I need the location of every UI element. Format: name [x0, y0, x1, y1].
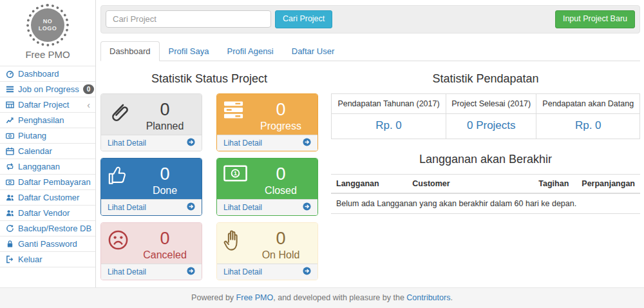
no-logo-text: NO LOGO: [39, 18, 57, 33]
table-row: Belum ada Langganan yang akan berakhir d…: [331, 193, 640, 214]
free-pmo-link[interactable]: Free PMO: [236, 293, 274, 302]
paperclip-icon: [108, 100, 135, 126]
tasks-icon: [5, 85, 14, 94]
arrow-circle-right-icon[interactable]: [187, 202, 195, 213]
tab-profil-saya[interactable]: Profil Saya: [160, 41, 218, 61]
status-card-progress: 0 Progress Lihat Detail: [216, 93, 318, 151]
footer-text: Powered by: [191, 293, 236, 302]
column-header: Customer: [407, 174, 533, 193]
card-count: 0: [135, 229, 195, 249]
sidebar-item-dashboard[interactable]: Dashboard: [0, 66, 95, 82]
money-icon: [5, 131, 14, 140]
card-count: 0: [251, 164, 311, 184]
lihat-detail-link[interactable]: Lihat Detail: [108, 139, 146, 148]
refresh-icon: [5, 224, 14, 233]
money-bill-icon: 1: [223, 164, 251, 184]
sidebar-item-label: Dashboard: [18, 69, 59, 79]
card-body: 1 0 Closed: [217, 159, 317, 199]
income-label: Pendapatan akan Datang: [536, 93, 640, 113]
tasks-icon: [223, 100, 251, 122]
sidebar-item-keluar[interactable]: Keluar: [0, 252, 95, 267]
status-card-planned: 0 Planned Lihat Detail: [100, 93, 202, 151]
sidebar-item-langganan[interactable]: Langganan: [0, 159, 95, 175]
sidebar-item-label: Daftar Vendor: [18, 208, 70, 218]
dashboard-content: Statistik Status Project 0 Planned Lihat…: [97, 61, 644, 280]
users-icon: [5, 209, 14, 218]
subscription-table: Langganan Customer Tagihan Perpanjangan …: [331, 174, 640, 214]
lihat-detail-link[interactable]: Lihat Detail: [108, 203, 146, 212]
card-footer: Lihat Detail: [217, 199, 317, 215]
users-icon: [5, 193, 14, 202]
footer-text: , and developed with pleasure by the: [273, 293, 406, 302]
sidebar-item-daftar-project[interactable]: Daftar Project ‹: [0, 97, 95, 113]
tab-profil-agensi[interactable]: Profil Agensi: [218, 41, 282, 61]
lihat-detail-link[interactable]: Lihat Detail: [108, 267, 146, 276]
main-tabs: Dashboard Profil Saya Profil Agensi Daft…: [100, 41, 640, 61]
status-section-title: Statistik Status Project: [100, 72, 318, 86]
card-body: 0 Progress: [217, 94, 317, 135]
card-count: 0: [251, 229, 311, 249]
lock-icon: [5, 240, 14, 249]
sidebar: NO LOGO Free PMO Dashboard Job on Progre…: [0, 0, 96, 287]
arrow-circle-right-icon[interactable]: [187, 267, 195, 277]
status-card-canceled: 0 Canceled Lihat Detail: [100, 222, 202, 280]
arrow-circle-right-icon[interactable]: [303, 267, 311, 277]
card-footer: Lihat Detail: [217, 264, 317, 280]
sign-out-icon: [5, 255, 14, 264]
tab-daftar-user[interactable]: Daftar User: [283, 41, 343, 61]
card-label: On Hold: [251, 249, 311, 261]
card-label: Closed: [251, 184, 311, 197]
card-body: 0 On Hold: [217, 223, 317, 264]
new-project-button[interactable]: Input Project Baru: [555, 10, 635, 28]
hand-paper-icon: [223, 229, 251, 253]
sidebar-item-label: Ganti Password: [18, 239, 77, 249]
sidebar-item-label: Daftar Customer: [18, 193, 79, 202]
sidebar-item-piutang[interactable]: Piutang: [0, 128, 95, 144]
table-icon: [5, 101, 14, 110]
arrow-circle-right-icon[interactable]: [303, 138, 311, 148]
sidebar-item-label: Backup/Restore DB: [18, 224, 91, 233]
income-label: Pendapatan Tahunan (2017): [332, 93, 446, 113]
tab-dashboard[interactable]: Dashboard: [100, 41, 160, 61]
empty-message: Belum ada Langganan yang akan berakhir d…: [331, 193, 640, 214]
card-label: Progress: [251, 120, 311, 132]
search-input[interactable]: [106, 10, 271, 28]
money-icon: [5, 178, 14, 187]
income-value: 0 Projects: [446, 113, 536, 139]
sidebar-item-backup-restore-db[interactable]: Backup/Restore DB: [0, 221, 95, 236]
sidebar-menu: Dashboard Job on Progress 0 Daftar Proje…: [0, 66, 95, 267]
lihat-detail-link[interactable]: Lihat Detail: [223, 139, 262, 148]
card-label: Canceled: [135, 249, 195, 261]
income-section-title: Statistik Pendapatan: [331, 72, 640, 86]
sidebar-item-label: Penghasilan: [18, 115, 64, 125]
search-button[interactable]: Cari Project: [275, 10, 332, 28]
sidebar-item-daftar-customer[interactable]: Daftar Customer: [0, 190, 95, 206]
arrow-circle-right-icon[interactable]: [303, 202, 311, 213]
sidebar-item-label: Job on Progress: [18, 84, 79, 94]
project-search-bar: Cari Project Input Project Baru: [100, 5, 640, 34]
lihat-detail-link[interactable]: Lihat Detail: [223, 267, 262, 276]
card-count: 0: [135, 100, 195, 120]
card-body: 0 Canceled: [101, 223, 202, 264]
lihat-detail-link[interactable]: Lihat Detail: [223, 203, 262, 212]
no-logo-badge: NO LOGO: [26, 4, 69, 46]
chevron-left-icon: ‹: [87, 102, 90, 108]
income-value: Rp. 0: [536, 113, 640, 139]
sidebar-item-daftar-vendor[interactable]: Daftar Vendor: [0, 206, 95, 221]
sidebar-item-job-on-progress[interactable]: Job on Progress 0: [0, 82, 95, 97]
column-header: Langganan: [331, 174, 407, 193]
sidebar-item-label: Piutang: [18, 131, 46, 140]
sidebar-item-calendar[interactable]: Calendar: [0, 144, 95, 159]
card-footer: Lihat Detail: [101, 135, 202, 151]
footer-text: .: [450, 293, 452, 302]
sidebar-item-ganti-password[interactable]: Ganti Password: [0, 236, 95, 252]
sidebar-item-label: Langganan: [18, 162, 60, 171]
svg-text:1: 1: [234, 169, 238, 177]
card-footer: Lihat Detail: [101, 264, 202, 280]
contributors-link[interactable]: Contributors: [406, 293, 450, 302]
sidebar-item-penghasilan[interactable]: Penghasilan: [0, 113, 95, 128]
sidebar-item-label: Calendar: [18, 146, 52, 156]
arrow-circle-right-icon[interactable]: [187, 138, 195, 148]
sidebar-item-daftar-pembayaran[interactable]: Daftar Pembayaran: [0, 175, 95, 190]
tachometer-icon: [5, 70, 14, 79]
